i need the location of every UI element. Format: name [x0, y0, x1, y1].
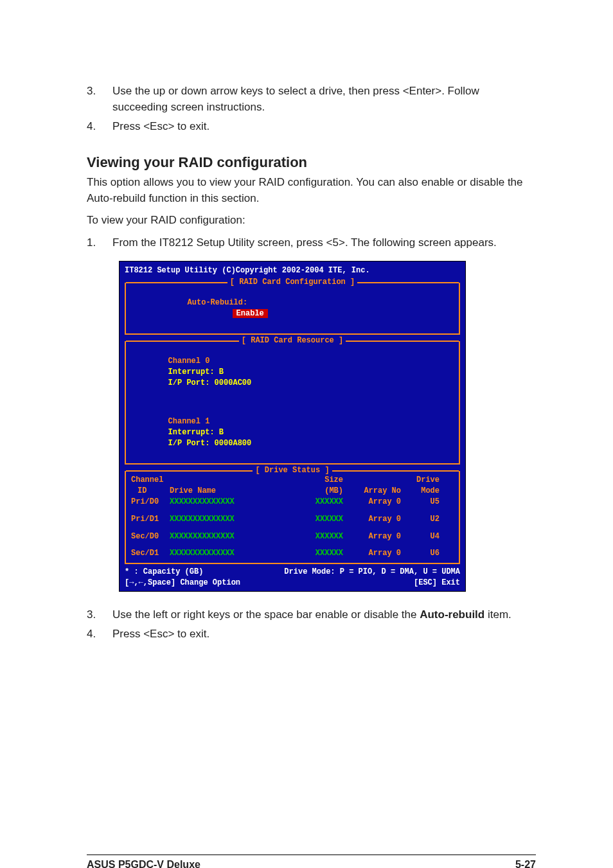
step-1: 1. From the IT8212 Setup Utility screen,…	[87, 235, 536, 251]
step-text: Use the left or right keys or the space …	[112, 607, 536, 623]
box-raid-card-configuration: [ RAID Card Configuration ] Auto-Rebuild…	[125, 283, 460, 335]
channel-0-interrupt: Interrupt: B	[168, 367, 252, 378]
footer-esc-exit-hint: [ESC] Exit	[414, 578, 460, 589]
footer-product-name: ASUS P5GDC-V Deluxe	[87, 859, 200, 868]
page-footer: ASUS P5GDC-V Deluxe 5-27	[87, 855, 536, 868]
section-heading: Viewing your RAID configuration	[87, 154, 536, 171]
step-top-4: 4. Press <Esc> to exit.	[87, 119, 536, 135]
footer-capacity-legend: * : Capacity (GB)	[125, 567, 203, 578]
box-legend: [ RAID Card Resource ]	[239, 335, 346, 346]
section-lead-in: To view your RAID configuration:	[87, 213, 536, 229]
drive-row: Pri/D1XXXXXXXXXXXXXXXXXXXXArray 0U2	[131, 514, 454, 525]
box-raid-card-resource: [ RAID Card Resource ] Channel 0 Interru…	[125, 341, 460, 465]
terminal-screenshot: IT8212 Setup Utility (C)Copyright 2002-2…	[119, 261, 466, 591]
drive-table-header-row1: ChannelSizeDrive	[131, 475, 454, 486]
drive-row: Sec/D0XXXXXXXXXXXXXXXXXXXXArray 0U4	[131, 531, 454, 542]
terminal-footer: * : Capacity (GB) Drive Mode: P = PIO, D…	[125, 567, 460, 589]
channel-0-port: I/P Port: 0000AC00	[168, 378, 252, 387]
box-legend: [ RAID Card Configuration ]	[227, 277, 357, 288]
footer-drive-mode-legend: Drive Mode: P = PIO, D = DMA, U = UDMA	[284, 567, 460, 578]
step-text: Use the up or down arrow keys to select …	[112, 84, 536, 115]
channel-0-label: Channel 0	[168, 356, 245, 367]
box-legend: [ Drive Status ]	[253, 465, 332, 476]
channel-1-label: Channel 1	[168, 416, 245, 427]
drive-row: Sec/D1XXXXXXXXXXXXXXXXXXXXArray 0U6	[131, 548, 454, 559]
step-number: 1.	[87, 235, 112, 251]
channel-1-port: I/P Port: 0000A800	[168, 439, 252, 448]
footer-page-number: 5-27	[515, 859, 536, 868]
auto-rebuild-value[interactable]: Enable	[233, 309, 268, 318]
footer-change-option-hint: [→,←,Space] Change Option	[125, 578, 240, 589]
section-intro: This option allows you to view your RAID…	[87, 175, 536, 206]
auto-rebuild-label: Auto-Rebuild:	[168, 297, 278, 308]
step-top-3: 3. Use the up or down arrow keys to sele…	[87, 84, 536, 115]
step-text: Press <Esc> to exit.	[112, 119, 536, 135]
terminal-title: IT8212 Setup Utility (C)Copyright 2002-2…	[125, 265, 460, 276]
step-4: 4. Press <Esc> to exit.	[87, 626, 536, 642]
step-number: 4.	[87, 626, 112, 642]
step-number: 3.	[87, 607, 112, 623]
box-drive-status: [ Drive Status ] ChannelSizeDrive IDDriv…	[125, 471, 460, 564]
step-text: Press <Esc> to exit.	[112, 626, 536, 642]
drive-row: Pri/D0XXXXXXXXXXXXXXXXXXXXArray 0U5	[131, 497, 454, 508]
step-number: 4.	[87, 119, 112, 135]
step-number: 3.	[87, 84, 112, 115]
channel-1-interrupt: Interrupt: B	[168, 427, 252, 438]
drive-table-header-row2: IDDrive Name(MB)Array NoMode	[131, 486, 454, 497]
step-text: From the IT8212 Setup Utility screen, pr…	[112, 235, 536, 251]
step-3: 3. Use the left or right keys or the spa…	[87, 607, 536, 623]
